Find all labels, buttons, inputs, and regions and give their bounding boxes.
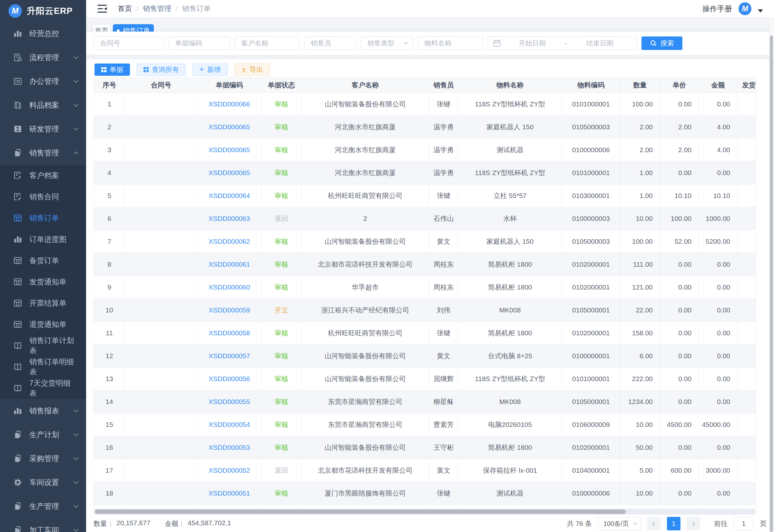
cell-material [458,505,562,509]
cell-status: 审核 [262,482,302,505]
date-range-picker[interactable]: 开始日期 - 结束日期 [488,36,637,50]
manual-link[interactable]: 操作手册 [702,4,732,14]
contract-no-input[interactable] [94,36,164,50]
user-avatar[interactable]: M [739,2,751,15]
chevron-right-icon [690,521,695,526]
avatar-dropdown-caret[interactable] [758,9,763,13]
doc-code-link[interactable]: XSDD000055 [209,398,250,406]
sidebar-item-material-archive[interactable]: 料品档案 [0,93,86,117]
add-button[interactable]: + 新增 [193,64,228,76]
table-horizontal-scrollbar[interactable] [95,509,626,514]
sidebar-item-office-mgmt[interactable]: 办公管理 [0,69,86,93]
next-page-button[interactable] [687,517,700,530]
cell-code: XSDD000060 [197,276,262,299]
sidebar-item-production-mgmt[interactable]: 生产管理 [0,494,86,518]
doc-code-link[interactable]: XSDD000058 [209,329,250,337]
sidebar-item-order-progress[interactable]: 订单进度图 [0,229,86,250]
sidebar-item-label: 客户档案 [29,171,59,181]
sidebar-item-label: 销售管理 [29,148,59,158]
doc-code-link[interactable]: XSDD000056 [209,375,250,383]
doc-code-link[interactable]: XSDD000065 [209,169,250,177]
column-header-code: 单据编码 [197,78,262,93]
chevron-up-icon [74,151,79,156]
doc-code-link[interactable]: XSDD000065 [209,146,250,154]
doc-code-link[interactable]: XSDD000062 [209,238,250,245]
start-date[interactable]: 开始日期 [501,39,564,48]
page-size-select[interactable]: 100条/页 [598,517,641,530]
tab-sales-order[interactable]: 销售订单 [113,24,154,32]
table-row: 12XSDD000057审核山河智能装备股份有限公司黄文台式电脑 8+25010… [94,345,756,368]
cell-salesman: 张键 [429,482,458,505]
cell-amount: 45000.00 [699,413,738,436]
cell-status: 审核 [262,162,302,184]
sidebar-item-sales-order-plan[interactable]: 销售订单计划表 [0,335,86,356]
sidebar-item-sales-order-detail[interactable]: 销售订单明细表 [0,356,86,378]
cell-price: 2.00 [660,139,699,161]
cell-salesman: 温学勇 [429,162,458,184]
salesman-input[interactable] [304,36,356,50]
pages-icon [13,525,23,532]
sales-type-select[interactable]: 销售类型 [361,36,413,50]
doc-code-input[interactable] [169,36,230,50]
cell-material: 家庭机器人 150 [458,230,562,253]
docs-button[interactable]: 单据 [94,64,130,76]
cell-status: 审核 [262,390,302,413]
search-button[interactable]: 搜索 [641,36,682,50]
page-scrollbar[interactable] [770,35,773,532]
end-date[interactable]: 结束日期 [569,39,631,48]
sidebar-item-sales-mgmt[interactable]: 销售管理 [0,141,86,165]
sidebar-item-process-mgmt[interactable]: 流程管理 [0,45,86,69]
sidebar-item-sales-report[interactable]: 销售报表 [0,399,86,423]
sidebar-item-sales-contract[interactable]: 销售合同 [0,186,86,207]
sidebar-item-business-overview[interactable]: 经营总控 [0,22,86,45]
sidebar-item-return-notice[interactable]: 退货通知单 [0,314,86,335]
doc-code-link[interactable]: XSDD000057 [209,352,250,360]
sidebar-item-invoice-settlement[interactable]: 开票结算单 [0,292,86,314]
docs-button-label: 单据 [110,65,123,74]
doc-code-link[interactable]: XSDD000053 [209,444,250,451]
doc-code-link[interactable]: XSDD000061 [209,261,250,268]
sidebar-item-shipping-notice[interactable]: 发货通知单 [0,271,86,292]
cell-ship [738,436,756,459]
doc-code-link[interactable]: XSDD000059 [209,306,250,314]
gear-icon [13,478,23,487]
material-name-input[interactable] [418,36,483,50]
cell-material_code: 0100000003 [562,207,620,230]
doc-code-link[interactable]: XSDD000066 [209,100,250,108]
sidebar-item-workshop-settings[interactable]: 车间设置 [0,470,86,494]
doc-code-link[interactable]: XSDD000060 [209,283,250,291]
sidebar-item-stock-prep-order[interactable]: 备货订单 [0,250,86,271]
sidebar-item-purchase-mgmt[interactable]: 采购管理 [0,447,86,470]
sidebar-submenu-sales-mgmt: 客户档案销售合同销售订单订单进度图备货订单发货通知单开票结算单退货通知单销售订单… [0,165,86,399]
breadcrumb-home[interactable]: 首页 [118,4,132,14]
export-button[interactable]: 导出 [234,64,270,76]
doc-code-link[interactable]: XSDD000065 [209,123,250,131]
sidebar-item-delivery-7day-detail[interactable]: 7天交货明细表 [0,378,86,399]
sidebar-item-customer-archive[interactable]: 客户档案 [0,165,86,186]
cell-material_code: 0103000001 [562,184,620,207]
doc-code-link[interactable]: XSDD000052 [209,467,250,474]
prev-page-button[interactable] [647,517,661,530]
summary-amount-label: 金额： [165,519,185,528]
sidebar-item-rd-mgmt[interactable]: 研发管理 [0,117,86,141]
breadcrumb-sales-mgmt[interactable]: 销售管理 [143,4,171,14]
doc-code-link[interactable]: XSDD000054 [209,421,250,429]
doc-code-link[interactable]: XSDD000051 [209,489,250,497]
cell-ship [738,139,756,161]
sidebar-item-label: 开票结算单 [29,298,66,308]
archive-book-icon [13,100,23,110]
sidebar-item-label: 发货通知单 [29,277,66,287]
tab-home[interactable]: 首页 [93,24,111,32]
sidebar-item-production-plan[interactable]: 生产计划 [0,423,86,447]
doc-code-link[interactable]: XSDD000064 [209,192,250,200]
table-icon [13,213,23,223]
customer-name-input[interactable] [235,36,300,50]
sidebar-item-sales-order[interactable]: 销售订单 [0,207,86,229]
collapse-sidebar-button[interactable] [97,5,107,13]
sidebar-item-processing-workshop[interactable]: 加工车间 [0,518,86,532]
page-1-button[interactable]: 1 [667,517,680,530]
cell-ship [738,162,756,184]
goto-page-input[interactable] [734,517,754,530]
query-all-button[interactable]: 查询所有 [137,64,186,76]
doc-code-link[interactable]: XSDD000063 [209,215,250,222]
